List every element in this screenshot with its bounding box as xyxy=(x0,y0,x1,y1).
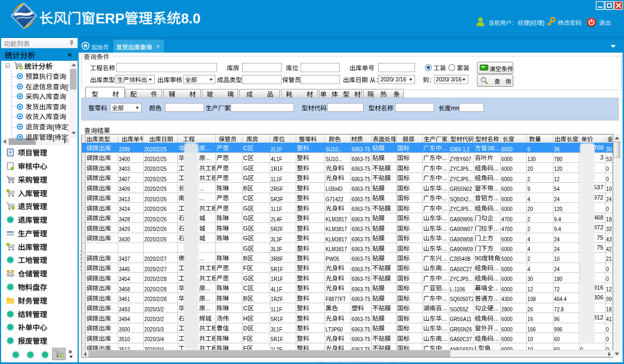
svg-text:G: G xyxy=(243,205,248,212)
svg-text:B: B xyxy=(243,255,247,261)
svg-text:C: C xyxy=(243,145,247,151)
svg-text:G: G xyxy=(243,215,248,221)
svg-text:G: G xyxy=(243,165,248,171)
svg-text:...: ... xyxy=(199,255,204,261)
svg-text:...: ... xyxy=(493,185,499,191)
svg-text:...: ... xyxy=(493,305,499,311)
svg-text:...: ... xyxy=(493,325,499,331)
svg-text:...: ... xyxy=(493,175,499,182)
svg-text:...: ... xyxy=(205,155,210,162)
svg-text:...: ... xyxy=(442,235,447,241)
svg-text:...: ... xyxy=(442,335,447,342)
svg-text:...: ... xyxy=(442,175,447,182)
svg-text:C: C xyxy=(243,285,247,291)
svg-text:F: F xyxy=(243,335,247,342)
svg-text:...: ... xyxy=(442,305,447,311)
svg-text:8.0: 8.0 xyxy=(181,10,200,27)
svg-text:...: ... xyxy=(493,205,499,212)
svg-text:...: ... xyxy=(205,305,210,311)
svg-text:B: B xyxy=(243,185,247,191)
svg-text:...: ... xyxy=(493,285,499,291)
svg-text:]: ] xyxy=(543,20,544,26)
svg-text:G: G xyxy=(243,235,248,241)
svg-text:...: ... xyxy=(493,275,499,282)
svg-text:38...: 38... xyxy=(487,145,499,151)
svg-text:...: ... xyxy=(493,225,499,232)
svg-text:[: [ xyxy=(66,83,68,91)
svg-text:...: ... xyxy=(493,165,499,171)
svg-text:...: ... xyxy=(442,145,447,151)
svg-text:...: ... xyxy=(493,295,499,302)
svg-text:F: F xyxy=(243,345,247,350)
svg-text:H: H xyxy=(243,315,247,322)
svg-text:...: ... xyxy=(442,285,447,291)
svg-text:G: G xyxy=(243,245,248,252)
svg-text:...: ... xyxy=(493,335,499,342)
svg-text:...: ... xyxy=(491,345,496,350)
svg-text:90: 90 xyxy=(475,255,482,261)
svg-text:]: ] xyxy=(68,123,69,131)
svg-text:C: C xyxy=(243,195,247,201)
svg-text:...: ... xyxy=(199,195,204,202)
svg-text:[: [ xyxy=(530,20,531,26)
svg-text:...: ... xyxy=(442,225,447,232)
svg-text:]: ] xyxy=(68,133,69,141)
svg-text:...: ... xyxy=(442,315,447,322)
svg-text:...: ... xyxy=(442,295,447,302)
svg-text:...: ... xyxy=(442,155,447,162)
svg-text:...: ... xyxy=(205,145,210,151)
svg-text:...: ... xyxy=(205,285,210,292)
svg-text:L: L xyxy=(475,345,478,350)
svg-text:...: ... xyxy=(442,185,447,191)
svg-text:D: D xyxy=(243,325,247,331)
svg-text:...: ... xyxy=(442,345,447,350)
svg-text:...: ... xyxy=(199,185,204,191)
svg-text:...: ... xyxy=(493,195,499,201)
svg-text:B: B xyxy=(243,295,247,302)
svg-text:...: ... xyxy=(442,245,447,252)
svg-text:F: F xyxy=(243,265,247,272)
svg-text:C: C xyxy=(243,305,247,311)
svg-text:...: ... xyxy=(493,265,499,272)
svg-text:[: [ xyxy=(53,133,55,141)
svg-text:ERP: ERP xyxy=(95,10,124,27)
svg-text:...: ... xyxy=(442,205,447,212)
svg-text:C: C xyxy=(243,155,247,162)
svg-text:[: [ xyxy=(53,123,55,131)
svg-text:G: G xyxy=(243,225,248,232)
svg-text:...: ... xyxy=(442,165,447,171)
svg-text:G: G xyxy=(243,175,248,182)
svg-text:...: ... xyxy=(493,315,499,322)
svg-text:...: ... xyxy=(205,295,210,302)
svg-text:G: G xyxy=(243,275,248,282)
svg-text:...: ... xyxy=(442,195,447,201)
svg-text:...: ... xyxy=(442,255,447,261)
svg-text:...: ... xyxy=(442,325,447,331)
svg-text:...: ... xyxy=(442,265,447,272)
svg-text:...: ... xyxy=(442,215,447,221)
svg-text:...: ... xyxy=(442,275,447,282)
